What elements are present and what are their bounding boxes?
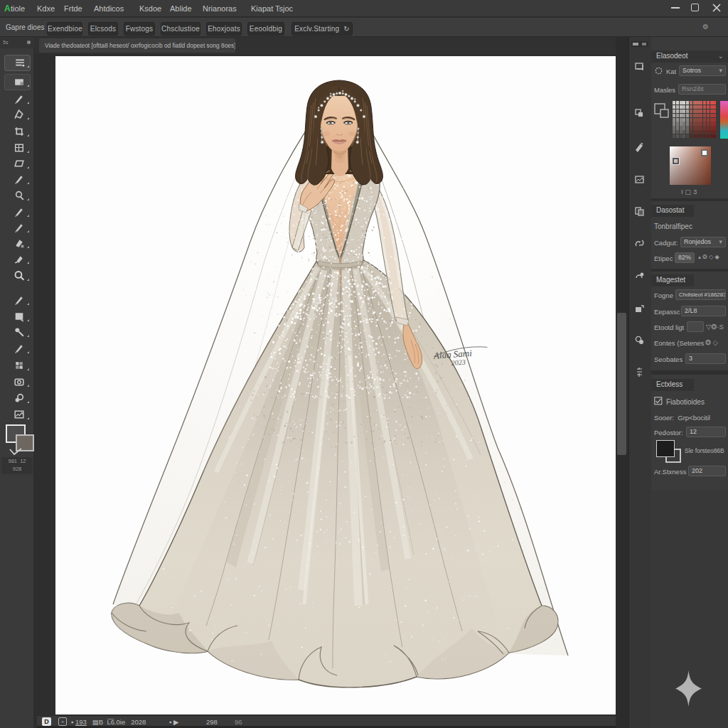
svg-text:2023: 2023 [451,358,466,367]
